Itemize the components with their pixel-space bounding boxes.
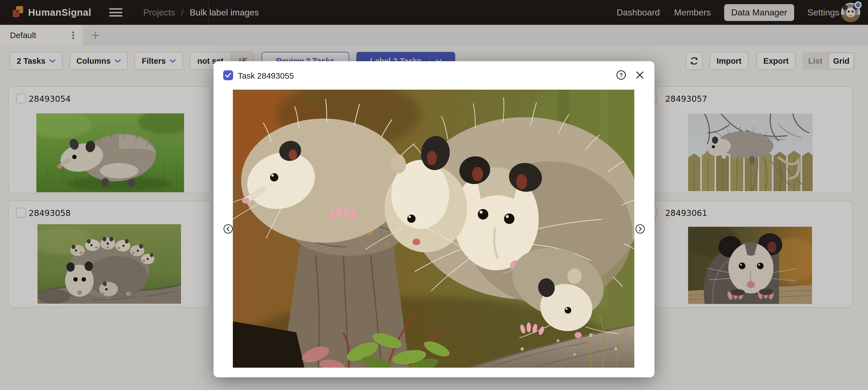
close-button[interactable] bbox=[635, 70, 645, 80]
task-checkbox-checked[interactable] bbox=[223, 70, 233, 80]
task-preview-modal: Task 28493055 ? bbox=[214, 61, 654, 377]
help-button[interactable]: ? bbox=[616, 70, 626, 80]
task-preview-image-opossum-family bbox=[233, 90, 634, 368]
close-icon bbox=[636, 71, 644, 79]
next-task-arrow[interactable] bbox=[635, 224, 645, 234]
check-icon bbox=[225, 73, 231, 78]
previous-task-arrow[interactable] bbox=[223, 224, 234, 234]
modal-title: Task 28493055 bbox=[238, 71, 294, 81]
